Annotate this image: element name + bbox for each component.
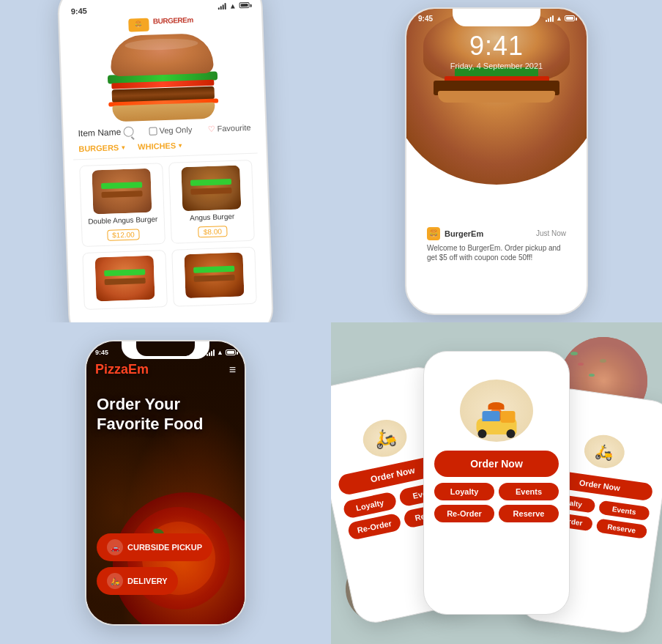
q1-burgerm-app: 9:45 ▲ 🍔 BURGEREm (0, 0, 331, 322)
q3-hero-text: Order Your Favorite Food (86, 380, 245, 434)
q3-logo: PizzaEm (95, 362, 149, 377)
q4-right-delivery-icon: 🛵 (582, 432, 627, 470)
q2-time-area: 9:41 Friday, 4 September 2021 (406, 31, 587, 70)
q4-left-delivery-icon: 🛵 (360, 416, 410, 461)
q1-item-img-angus (181, 166, 241, 212)
q2-notif-app-icon: 🍔 (427, 227, 440, 240)
q2-phone-frame: 9:45 ▲ 9:41 Friday, 4 September (405, 7, 588, 315)
q1-veg-filter[interactable]: Veg Only (149, 125, 192, 136)
q1-item-name-2: Angus Burger (176, 212, 249, 222)
q1-item-4[interactable] (171, 247, 257, 307)
q3-delivery-icon: 🛵 (107, 573, 123, 589)
q1-price-1: $12.00 (107, 229, 140, 241)
q1-logo-icon: 🍔 (128, 18, 149, 32)
cat-arrow-whiches: ▼ (177, 142, 183, 149)
q4-delivery-illustration (460, 380, 533, 442)
q2-time: 9:45 (418, 15, 433, 23)
q3-pizzaem: 9:45 ▲ PizzaEm ≡ (0, 322, 331, 645)
q1-hero-burger (95, 32, 230, 125)
q1-item-double-angus[interactable]: Double Angus Burger $12.00 (79, 163, 166, 247)
q4-right-spacer (607, 412, 609, 430)
q1-items-grid: Double Angus Burger $12.00 Angus Burger … (73, 154, 263, 317)
q3-phone-frame: 9:45 ▲ PizzaEm ≡ (85, 340, 246, 626)
q1-favourite-filter[interactable]: ♡ Favourite (207, 122, 250, 133)
burger-mini-2 (181, 166, 241, 212)
q3-menu-icon[interactable]: ≡ (229, 363, 236, 377)
q1-item-3[interactable] (82, 250, 168, 310)
q2-notif-body: Welcome to BurgerEm. Order pickup and ge… (427, 243, 566, 262)
q1-search-item[interactable]: Item Name (78, 127, 133, 139)
q4-right-reserve-btn[interactable]: Reserve (595, 519, 647, 539)
burger-mini-4 (184, 252, 244, 298)
q1-item-img-3 (95, 256, 155, 302)
q1-cat-whiches[interactable]: WHICHES ▼ (138, 141, 183, 151)
veg-checkbox[interactable] (149, 127, 157, 135)
q4-order-now: 🛵 Order Now Loyalty Events Re-Order Rese… (331, 322, 662, 645)
q3-notch (136, 341, 195, 356)
q2-notif-time: Just Now (536, 229, 566, 237)
q3-signal (207, 349, 215, 356)
q3-battery (226, 349, 236, 355)
q4-main-btn-grid: Loyalty Events Re-Order Reserve (434, 483, 559, 522)
q1-item-angus[interactable]: Angus Burger $8.00 (168, 160, 255, 244)
q1-item-img-4 (184, 252, 244, 298)
q4-main-order-btn[interactable]: Order Now (434, 451, 559, 477)
q1-item-img-double-angus (92, 169, 152, 215)
q4-main-notch (471, 352, 522, 365)
q2-notif-title: BurgerEm (445, 229, 483, 238)
q3-curbside-icon: 🚗 (107, 539, 123, 555)
q4-container: 🛵 Order Now Loyalty Events Re-Order Rese… (331, 322, 662, 645)
search-icon[interactable] (123, 127, 133, 137)
q2-clock: 9:41 (406, 31, 587, 62)
q4-left-spacer (376, 393, 380, 415)
bun-bottom (112, 103, 215, 122)
q4-main-reserve-btn[interactable]: Reserve (499, 505, 559, 522)
q2-battery (565, 15, 575, 21)
q4-right-events-btn[interactable]: Events (598, 500, 650, 521)
bun-top (110, 33, 214, 77)
q4-main-reorder-btn[interactable]: Re-Order (434, 505, 494, 522)
burger-mini-1 (92, 169, 152, 215)
q3-delivery-btn[interactable]: 🛵 DELIVERY (97, 567, 178, 595)
q1-logo-text: BURGEREm (153, 15, 194, 31)
q4-main-events-btn[interactable]: Events (499, 483, 559, 500)
q2-notification[interactable]: 🍔 BurgerEm Just Now Welcome to BurgerEm.… (418, 220, 575, 270)
q3-curbside-btn[interactable]: 🚗 CURBSIDE PICKUP (97, 533, 212, 561)
q1-item-name-1: Double Angus Burger (86, 215, 160, 225)
q1-cat-burgers[interactable]: BURGERS ▼ (78, 143, 126, 153)
q2-notch (467, 9, 526, 23)
q2-date: Friday, 4 September 2021 (406, 62, 587, 70)
q3-header: PizzaEm ≡ (86, 359, 245, 380)
q1-signal (218, 2, 226, 10)
q1-wifi-icon: ▲ (229, 1, 237, 10)
q1-time: 9:45 (71, 6, 87, 15)
q1-phone-frame: 9:45 ▲ 🍔 BURGEREm (57, 0, 275, 322)
q2-notif-header: 🍔 BurgerEm Just Now (427, 227, 566, 240)
cat-arrow-burgers: ▼ (120, 144, 126, 150)
burger-mini-3 (95, 256, 155, 302)
q3-action-buttons: 🚗 CURBSIDE PICKUP 🛵 DELIVERY (97, 533, 234, 595)
q3-time: 9:45 (95, 349, 108, 356)
q1-price-2: $8.00 (198, 226, 228, 237)
q1-battery-icon (239, 2, 250, 8)
q2-lockscreen: 9:45 ▲ 9:41 Friday, 4 September (331, 0, 662, 322)
q4-phone-main: Order Now Loyalty Events Re-Order Reserv… (423, 351, 570, 615)
q2-signal (546, 15, 554, 22)
q4-phone-main-content: Order Now Loyalty Events Re-Order Reserv… (424, 352, 569, 614)
q4-main-loyalty-btn[interactable]: Loyalty (434, 483, 494, 500)
heart-icon: ♡ (207, 124, 215, 133)
q3-tagline: Order Your Favorite Food (97, 395, 234, 434)
